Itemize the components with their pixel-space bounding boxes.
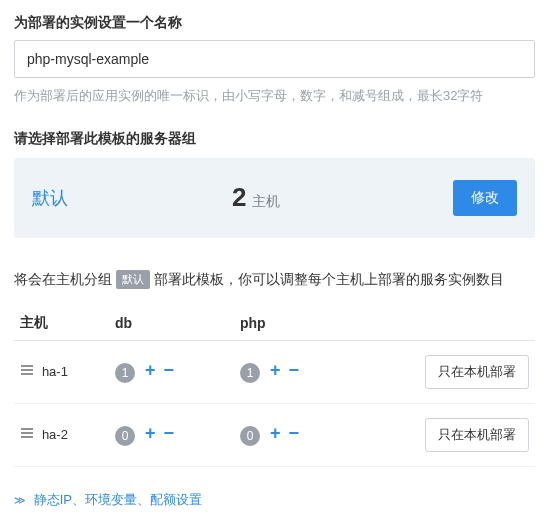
php-increment[interactable]: + [270, 361, 281, 379]
db-stepper: + − [145, 361, 174, 379]
php-count: 0 [240, 426, 260, 446]
deploy-only-here-button[interactable]: 只在本机部署 [425, 418, 529, 452]
chevron-down-icon: ≫ [14, 494, 26, 506]
server-group-box: 默认 2 主机 修改 [14, 158, 535, 238]
php-stepper: + − [270, 361, 299, 379]
db-decrement[interactable]: − [163, 361, 174, 379]
db-stepper: + − [145, 424, 174, 442]
php-increment[interactable]: + [270, 424, 281, 442]
host-name: ha-1 [42, 364, 68, 379]
deploy-note-after: 部署此模板，你可以调整每个主机上部署的服务实例数目 [154, 271, 504, 287]
deploy-note-badge: 默认 [116, 270, 150, 290]
deploy-note: 将会在主机分组 默认 部署此模板，你可以调整每个主机上部署的服务实例数目 [14, 268, 535, 290]
advanced-settings-label: 静态IP、环境变量、配额设置 [34, 492, 202, 507]
host-count-number: 2 [232, 182, 246, 213]
server-group-label: 请选择部署此模板的服务器组 [14, 130, 535, 148]
server-group-host-count: 2 主机 [232, 182, 453, 213]
deploy-table: 主机 db php ha-1 1 + − 1 [14, 304, 535, 467]
instance-name-input[interactable] [14, 40, 535, 78]
instance-name-help: 作为部署后的应用实例的唯一标识，由小写字母，数字，和减号组成，最长32字符 [14, 86, 535, 106]
deploy-note-before: 将会在主机分组 [14, 271, 116, 287]
db-increment[interactable]: + [145, 361, 156, 379]
server-group-default[interactable]: 默认 [32, 186, 232, 210]
db-increment[interactable]: + [145, 424, 156, 442]
col-host: 主机 [14, 304, 109, 341]
host-count-unit: 主机 [252, 193, 280, 211]
php-count: 1 [240, 363, 260, 383]
db-count: 1 [115, 363, 135, 383]
table-row: ha-1 1 + − 1 + − 只在本机部署 [14, 340, 535, 403]
db-decrement[interactable]: − [163, 424, 174, 442]
host-icon [20, 426, 34, 443]
deploy-only-here-button[interactable]: 只在本机部署 [425, 355, 529, 389]
db-count: 0 [115, 426, 135, 446]
host-name: ha-2 [42, 427, 68, 442]
instance-name-label: 为部署的实例设置一个名称 [14, 14, 535, 32]
col-db: db [109, 304, 234, 341]
table-row: ha-2 0 + − 0 + − 只在本机部署 [14, 403, 535, 466]
host-icon [20, 363, 34, 380]
col-php: php [234, 304, 359, 341]
php-stepper: + − [270, 424, 299, 442]
advanced-settings-toggle[interactable]: ≫ 静态IP、环境变量、配额设置 [14, 491, 202, 509]
php-decrement[interactable]: − [288, 361, 299, 379]
php-decrement[interactable]: − [288, 424, 299, 442]
modify-button[interactable]: 修改 [453, 180, 517, 216]
